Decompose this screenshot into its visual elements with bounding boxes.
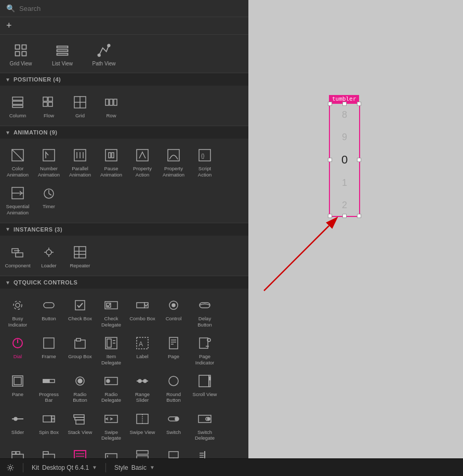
button-icon xyxy=(39,296,58,315)
list-view-button[interactable]: List View xyxy=(42,39,83,69)
item-sequential-animation[interactable]: Sequential Animation xyxy=(2,181,33,219)
item-label[interactable]: A Label xyxy=(127,331,158,369)
section-header-instancers[interactable]: ▼ INSTANCERS (3) xyxy=(0,223,248,236)
item-page-indicator[interactable]: Page Indicator xyxy=(189,331,220,369)
item-button[interactable]: Button xyxy=(33,293,64,331)
item-loader[interactable]: Loader xyxy=(33,240,64,271)
item-tab-bar[interactable]: Tab Bar xyxy=(2,444,33,458)
search-input[interactable] xyxy=(19,5,242,12)
item-tool-bar[interactable]: Tool Bar xyxy=(127,444,158,458)
item-page[interactable]: Page xyxy=(158,331,189,369)
frame-label: Frame xyxy=(42,353,56,359)
svg-point-138 xyxy=(9,466,12,469)
path-view-button[interactable]: Path View xyxy=(83,39,125,69)
label-icon: A xyxy=(133,334,152,352)
animation-arrow: ▼ xyxy=(5,130,10,135)
svg-rect-11 xyxy=(12,105,23,107)
section-animation: ▼ ANIMATION (9) Color Animation xyxy=(0,126,248,223)
item-control[interactable]: Control xyxy=(158,293,189,331)
section-header-qtquick[interactable]: ▼ QTQUICK CONTROLS xyxy=(0,276,248,289)
svg-rect-28 xyxy=(105,149,117,161)
item-tool-separator[interactable]: Tool Separator xyxy=(189,444,220,458)
item-stack-view[interactable]: Stack View xyxy=(64,406,96,444)
section-header-animation[interactable]: ▼ ANIMATION (9) xyxy=(0,126,248,139)
svg-rect-9 xyxy=(12,97,23,100)
item-busy-indicator[interactable]: Busy Indicator xyxy=(2,293,33,331)
item-number-animation[interactable]: Number Animation xyxy=(33,143,64,181)
item-property-animation[interactable]: Property Animation xyxy=(158,143,189,181)
handle-top-left[interactable] xyxy=(328,102,332,106)
item-swipe-delegate[interactable]: Swipe Delegate xyxy=(96,406,127,444)
item-item-delegate[interactable]: Item Delegate xyxy=(96,331,127,369)
status-bar: Kit Desktop Qt 6.4.1 ▼ Style Basic ▼ xyxy=(0,458,463,476)
item-repeater[interactable]: Repeater xyxy=(64,240,96,271)
item-combo-box[interactable]: Combo Box xyxy=(127,293,158,331)
section-header-positioner[interactable]: ▼ POSITIONER (4) xyxy=(0,73,248,86)
item-row[interactable]: Row xyxy=(96,90,127,121)
item-dial[interactable]: Dial xyxy=(2,331,33,369)
grid-view-button[interactable]: Grid View xyxy=(0,39,42,69)
item-grid[interactable]: Grid xyxy=(64,90,96,121)
item-group-box[interactable]: Group Box xyxy=(64,331,96,369)
item-pane[interactable]: Pane xyxy=(2,369,33,406)
item-tool-button[interactable]: Tool Button xyxy=(158,444,189,458)
item-radio-delegate[interactable]: Radio Delegate xyxy=(96,369,127,406)
status-gear[interactable] xyxy=(6,464,15,472)
svg-rect-44 xyxy=(74,247,86,258)
item-switch[interactable]: Switch xyxy=(158,406,189,444)
item-check-delegate[interactable]: Check Delegate xyxy=(96,293,127,331)
status-kit[interactable]: Kit Desktop Qt 6.4.1 ▼ xyxy=(32,464,97,471)
svg-rect-23 xyxy=(43,149,55,161)
item-parallel-animation[interactable]: Parallel Animation xyxy=(64,143,96,181)
item-tab-button[interactable]: Tab Button xyxy=(33,444,64,458)
item-range-slider[interactable]: Range Slider xyxy=(127,369,158,406)
svg-rect-66 xyxy=(107,339,111,347)
item-property-action[interactable]: Property Action xyxy=(127,143,158,181)
item-swipe-view[interactable]: Swipe View xyxy=(127,406,158,444)
item-spin-box[interactable]: Spin Box xyxy=(33,406,64,444)
item-component[interactable]: Component xyxy=(2,240,33,271)
item-scroll-view[interactable]: Scroll View xyxy=(189,369,220,406)
item-pause-animation[interactable]: Pause Animation xyxy=(96,143,127,181)
item-script-action[interactable]: {} Script Action xyxy=(189,143,220,181)
canvas-area: tumbler 8 9 0 1 2 xyxy=(248,0,463,458)
status-sep-1 xyxy=(23,463,23,472)
round-button-label: Round Button xyxy=(160,391,187,403)
item-radio-button[interactable]: Radio Button xyxy=(64,369,96,406)
item-progress-bar[interactable]: Progress Bar xyxy=(33,369,64,406)
status-style[interactable]: Style Basic ▼ xyxy=(114,464,155,471)
instancers-title: INSTANCERS (3) xyxy=(14,226,62,233)
handle-mid-right[interactable] xyxy=(357,158,361,162)
item-delegate-label: Item Delegate xyxy=(98,353,125,365)
swipe-view-label: Swipe View xyxy=(130,429,155,435)
handle-mid-left[interactable] xyxy=(328,158,332,162)
item-column[interactable]: Column xyxy=(2,90,33,121)
item-text-field[interactable]: Text Field xyxy=(96,444,127,458)
qtquick-arrow: ▼ xyxy=(5,280,10,285)
handle-bottom-right[interactable] xyxy=(357,214,361,218)
progress-bar-icon xyxy=(39,372,58,390)
page-indicator-label: Page Indicator xyxy=(191,353,218,365)
handle-top-mid[interactable] xyxy=(342,102,347,106)
svg-line-137 xyxy=(264,226,329,291)
tumbler-widget[interactable]: tumbler 8 9 0 1 2 xyxy=(329,93,360,217)
svg-rect-81 xyxy=(43,379,49,383)
item-delay-button[interactable]: Delay Button xyxy=(189,293,220,331)
list-view-icon xyxy=(53,41,72,60)
tumbler-widget-box[interactable]: 8 9 0 1 2 xyxy=(329,103,360,217)
handle-bottom-left[interactable] xyxy=(328,214,332,218)
item-color-animation[interactable]: Color Animation xyxy=(2,143,33,181)
item-flow[interactable]: Flow xyxy=(33,90,64,121)
handle-bottom-mid[interactable] xyxy=(342,214,347,218)
item-frame[interactable]: Frame xyxy=(33,331,64,369)
item-switch-delegate[interactable]: Switch Delegate xyxy=(189,406,220,444)
stack-view-label: Stack View xyxy=(68,429,92,435)
item-slider[interactable]: Slider xyxy=(2,406,33,444)
item-round-button[interactable]: Round Button xyxy=(158,369,189,406)
section-qtquick: ▼ QTQUICK CONTROLS Busy Indicator xyxy=(0,276,248,458)
item-timer[interactable]: Timer xyxy=(33,181,64,219)
item-check-box[interactable]: Check Box xyxy=(64,293,96,331)
handle-top-right[interactable] xyxy=(357,102,361,106)
add-button[interactable]: + xyxy=(6,20,12,31)
item-text-area[interactable]: Text Area xyxy=(64,444,96,458)
